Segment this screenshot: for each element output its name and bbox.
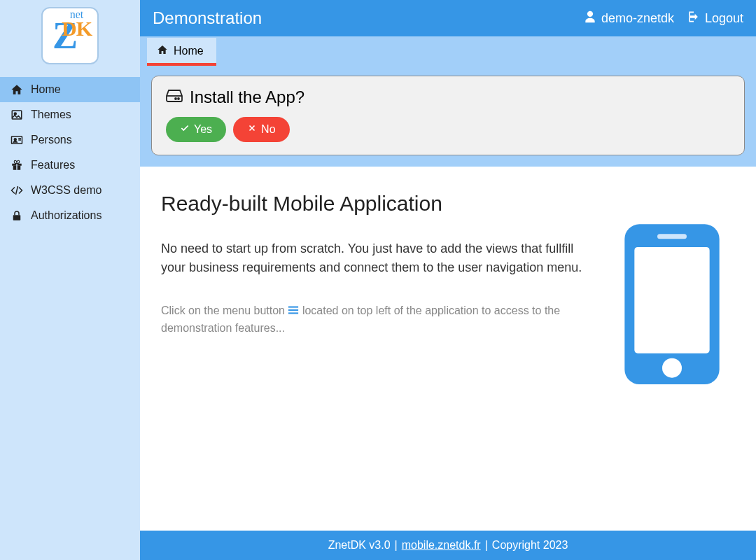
svg-point-12 xyxy=(175,98,176,99)
app-title: Demonstration xyxy=(153,8,583,28)
user-menu[interactable]: demo-znetdk xyxy=(583,10,674,27)
sidebar-item-label: Persons xyxy=(31,134,72,146)
install-yes-button[interactable]: Yes xyxy=(166,117,226,142)
install-title: Install the App? xyxy=(166,88,730,107)
idcard-icon xyxy=(10,134,24,146)
content-hint: Click on the menu button located on top … xyxy=(161,302,595,337)
logout-label: Logout xyxy=(705,11,743,26)
home-icon xyxy=(10,83,24,96)
sidebar-item-home[interactable]: Home xyxy=(0,77,140,102)
main-area: Demonstration demo-znetdk Logout Home xyxy=(140,0,756,560)
sidebar-nav: Home Themes Persons Features W3CSS demo xyxy=(0,77,140,228)
picture-icon xyxy=(10,108,24,121)
sidebar-item-themes[interactable]: Themes xyxy=(0,102,140,127)
close-icon xyxy=(247,123,257,136)
tab-label: Home xyxy=(174,45,204,57)
sidebar-item-label: W3CSS demo xyxy=(31,184,102,197)
svg-point-1 xyxy=(14,113,16,115)
footer-link[interactable]: mobile.znetdk.fr xyxy=(402,539,481,552)
svg-point-3 xyxy=(14,139,16,141)
topbar: Demonstration demo-znetdk Logout xyxy=(140,0,756,36)
logout-icon xyxy=(687,10,701,27)
sidebar-item-label: Home xyxy=(31,83,61,96)
svg-rect-17 xyxy=(634,247,709,354)
user-name: demo-znetdk xyxy=(601,11,674,26)
sidebar-item-label: Themes xyxy=(31,108,71,121)
svg-rect-8 xyxy=(16,164,18,170)
svg-point-19 xyxy=(662,358,682,378)
gift-icon xyxy=(10,159,24,172)
check-icon xyxy=(180,123,190,136)
sidebar-item-w3css-demo[interactable]: W3CSS demo xyxy=(0,178,140,203)
footer-copyright: Copyright 2023 xyxy=(492,539,568,552)
tab-strip: Home xyxy=(140,36,756,66)
sidebar-item-authorizations[interactable]: Authorizations xyxy=(0,203,140,228)
content-heading: Ready-built Mobile Application xyxy=(161,192,595,216)
logo-wrapper: Z netDK xyxy=(0,0,140,77)
sidebar-item-label: Authorizations xyxy=(31,209,102,222)
app-logo[interactable]: Z netDK xyxy=(41,7,99,64)
install-no-button[interactable]: No xyxy=(233,117,289,142)
page-content: Ready-built Mobile Application No need t… xyxy=(140,167,756,531)
svg-rect-9 xyxy=(13,215,21,220)
sidebar-item-features[interactable]: Features xyxy=(0,153,140,178)
logout-link[interactable]: Logout xyxy=(687,10,743,27)
content-paragraph: No need to start up from scratch. You ju… xyxy=(161,239,595,277)
tab-home[interactable]: Home xyxy=(147,38,216,66)
code-icon xyxy=(10,184,24,197)
install-banner: Install the App? Yes No xyxy=(151,76,745,155)
footer-product: ZnetDK v3.0 xyxy=(328,539,391,552)
mobile-art xyxy=(609,192,735,517)
home-icon xyxy=(157,44,168,58)
bars-icon xyxy=(288,303,299,320)
hdd-icon xyxy=(166,88,183,107)
user-icon xyxy=(583,10,597,27)
svg-rect-18 xyxy=(657,234,687,239)
sidebar: Z netDK Home Themes Persons Feat xyxy=(0,0,140,560)
sidebar-item-persons[interactable]: Persons xyxy=(0,127,140,153)
footer: ZnetDK v3.0 | mobile.znetdk.fr | Copyrig… xyxy=(140,531,756,560)
sidebar-item-label: Features xyxy=(31,159,75,172)
lock-icon xyxy=(10,209,24,222)
svg-point-11 xyxy=(178,98,179,99)
